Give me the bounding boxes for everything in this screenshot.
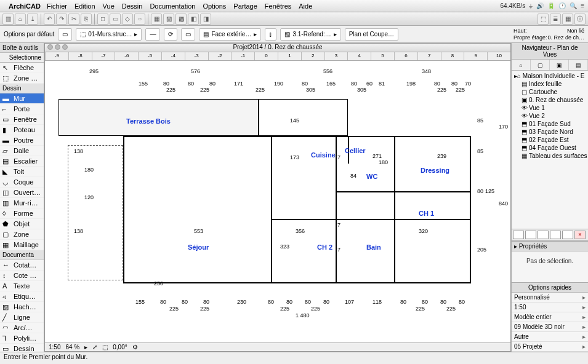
tool-fenetre[interactable]: ▭Fenêtre (0, 114, 44, 125)
tb-undo[interactable]: ↶ (44, 14, 55, 25)
nav-tab-4[interactable]: ▤ (569, 60, 588, 70)
thumb-3[interactable] (538, 231, 549, 239)
toolbox-select[interactable]: Sélectionne (0, 53, 44, 63)
status-angle[interactable]: 0,00° (113, 344, 127, 350)
tool-texte[interactable]: ATexte (0, 281, 44, 291)
tree-rez[interactable]: ▣0. Rez de chaussée (513, 96, 587, 104)
tb-3d[interactable]: ⬚ (538, 14, 549, 25)
tool-poteau[interactable]: ▮Poteau (0, 125, 44, 135)
quick-model[interactable]: Modèle entier▸ (512, 312, 588, 322)
tree-vue1[interactable]: 👁Vue 1 (513, 104, 587, 112)
clock-icon[interactable]: 🕐 (558, 2, 566, 9)
quick-scale[interactable]: 1:50▸ (512, 303, 588, 312)
tb-d[interactable]: ○ (134, 14, 145, 25)
opt-line[interactable]: — (145, 28, 160, 41)
status-scale[interactable]: 1:50 (49, 344, 60, 350)
opt-composite[interactable]: ▨ 3.1-Refend:… ▸ (280, 28, 340, 41)
tb-i[interactable]: ◨ (200, 14, 211, 25)
menu-vue[interactable]: Vue (103, 2, 115, 10)
opt-profile[interactable]: ▭ (181, 28, 195, 41)
tool-arc[interactable]: ◠Arc/… (0, 323, 44, 333)
menu-fenetres[interactable]: Fenêtres (265, 2, 291, 10)
canvas[interactable]: 295 576 556 348 155 80 80 80 171 190 80 … (45, 61, 510, 342)
thumb-2[interactable] (525, 231, 536, 239)
tool-porte[interactable]: ⌐Porte (0, 104, 44, 114)
tree-root[interactable]: ▸⌂ Maison Individuelle - E (513, 72, 587, 80)
window-min[interactable] (55, 44, 60, 50)
menu-documentation[interactable]: Documentation (150, 2, 195, 10)
tb-b[interactable]: ▭ (110, 14, 121, 25)
tree-vue2[interactable]: 👁Vue 2 (513, 112, 587, 120)
window-max[interactable] (62, 44, 68, 50)
quick-autre[interactable]: Autre▸ (512, 332, 588, 342)
quick-3d[interactable]: 09 Modèle 3D noir▸ (512, 322, 588, 332)
opt-thickness[interactable]: ⫿ (265, 28, 276, 41)
spotlight-icon[interactable]: 🔍 (570, 2, 577, 9)
tool-zone-sel[interactable]: ⬚Zone … (0, 73, 44, 84)
tool-hach[interactable]: ▨Hach… (0, 302, 44, 312)
tool-dalle[interactable]: ▱Dalle (0, 146, 44, 156)
tool-cote[interactable]: ↕Cote … (0, 271, 44, 281)
notif-icon[interactable]: ≡ (581, 2, 584, 9)
zoom-fit-icon[interactable]: ⤢ (92, 344, 97, 350)
tool-escalier[interactable]: ▤Escalier (0, 156, 44, 167)
tb-e[interactable]: ▦ (151, 14, 162, 25)
options-default-label[interactable]: Options par défaut (4, 31, 54, 38)
tb-open[interactable]: ⌂ (15, 14, 26, 25)
nav-tab-2[interactable]: ▢ (531, 60, 550, 70)
thumb-4[interactable] (550, 231, 561, 239)
tool-ouvert[interactable]: ◫Ouvert… (0, 188, 44, 198)
menu-options[interactable]: Options (203, 2, 226, 10)
tb-f[interactable]: ▨ (163, 14, 174, 25)
tree-facade-est[interactable]: ⬒02 Façade Est (513, 136, 587, 144)
tb-new[interactable]: ▥ (2, 14, 14, 25)
tool-forme[interactable]: ◊Forme (0, 208, 44, 219)
tb-save[interactable]: ⤓ (27, 14, 38, 25)
tool-polyli[interactable]: ⅂Polyli… (0, 333, 44, 344)
status-gear-icon[interactable]: ⚙ (132, 344, 138, 350)
thumb-1[interactable] (513, 231, 524, 239)
tool-murri[interactable]: ▥Mur-ri… (0, 198, 44, 208)
tool-maillage[interactable]: ▦Maillage (0, 240, 44, 250)
tool-poutre[interactable]: ▬Poutre (0, 135, 44, 146)
tool-mur[interactable]: ▬Mur (0, 93, 44, 104)
menu-partage[interactable]: Partage (233, 2, 257, 10)
properties-title[interactable]: ▸ Propriétés (512, 242, 588, 251)
menu-aide[interactable]: Aide (299, 2, 312, 10)
zoom-out-icon[interactable]: ▸ (84, 344, 87, 350)
opt-plancut[interactable]: Plan et Coupe… (345, 28, 398, 41)
cat-doc[interactable]: Documenta (0, 250, 44, 260)
tool-fleche[interactable]: ↖Flèche (0, 63, 44, 73)
thumb-5[interactable] (562, 231, 573, 239)
tool-etiqu[interactable]: ◃Etiqu… (0, 291, 44, 302)
menu-dessin[interactable]: Dessin (122, 2, 143, 10)
tree-facade-ouest[interactable]: ⬒04 Façade Ouest (513, 144, 587, 152)
nav-tab-3[interactable]: ▣ (550, 60, 569, 70)
tree-facade-nord[interactable]: ⬒03 Façade Nord (513, 128, 587, 136)
tb-redo[interactable]: ↷ (56, 14, 67, 25)
tb-cut[interactable]: ✂ (68, 14, 79, 25)
navigator-tree[interactable]: ▸⌂ Maison Individuelle - E ▤Index feuill… (512, 71, 588, 229)
tb-g[interactable]: ▩ (175, 14, 187, 25)
opt-geometry[interactable]: ▭ (58, 28, 72, 41)
tb-a[interactable]: □ (97, 14, 108, 25)
tool-coque[interactable]: ◡Coque (0, 177, 44, 188)
opt-rotate[interactable]: ⟳ (164, 28, 177, 41)
tb-info[interactable]: ⓘ (574, 14, 586, 25)
tree-tableau[interactable]: ▦Tableau des surfaces (513, 152, 587, 160)
cat-dessin[interactable]: Dessin (0, 84, 44, 93)
tool-cotat[interactable]: ↔Cotat… (0, 260, 44, 271)
nav-tab-1[interactable]: ⌂ (512, 60, 531, 70)
tool-ligne[interactable]: ╱Ligne (0, 312, 44, 323)
tool-dessin[interactable]: ▭Dessin (0, 344, 44, 352)
tb-copy[interactable]: ⎘ (81, 14, 92, 25)
volume-icon[interactable]: 🔊 (536, 2, 544, 9)
menu-fichier[interactable]: Fichier (47, 2, 67, 10)
tb-h[interactable]: ◧ (188, 14, 199, 25)
thumb-delete[interactable]: × (574, 231, 586, 239)
tool-zone[interactable]: ▢Zone (0, 229, 44, 240)
status-zoom[interactable]: 64 % (65, 344, 79, 350)
quick-proj[interactable]: 05 Projeté▸ (512, 342, 588, 352)
menu-edition[interactable]: Edition (75, 2, 95, 10)
tb-grid[interactable]: ▦ (562, 14, 573, 25)
